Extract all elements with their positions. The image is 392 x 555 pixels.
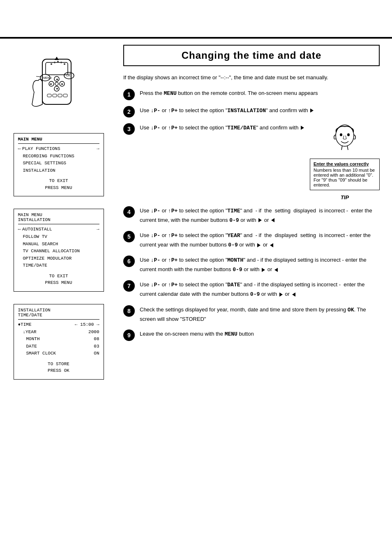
step-6-buttons: 0-9 xyxy=(233,267,242,273)
step-9-menu: MENU xyxy=(225,331,238,337)
menu2-subtitle: INSTALLATION xyxy=(18,217,99,222)
step-3-option: TIME/DATE xyxy=(227,125,256,131)
menu3-year-bullet: ↓ xyxy=(18,329,26,336)
svg-point-29 xyxy=(347,133,350,136)
menu-box-3: INSTALLATION TIME/DATE ♦ TIME ← 15:00 → … xyxy=(14,304,104,380)
step-4-number: 4 xyxy=(123,206,135,218)
step-7-option: DATE xyxy=(227,282,240,288)
step-4-p-up: ↑P+ xyxy=(168,208,178,214)
step-7-p-down: ↓P- xyxy=(151,282,160,288)
step-6-option: MONTH xyxy=(227,257,243,263)
step-4-buttons: 0-9 xyxy=(229,217,239,223)
step-3-arrow xyxy=(301,126,304,130)
svg-point-28 xyxy=(340,133,342,136)
step-6: 6 Use ↓P- or ↑P+ to select the option "M… xyxy=(123,256,380,274)
menu2-item-5: OPTIMIZE MODULATOR xyxy=(18,255,99,263)
menu3-row-time: ♦ TIME ← 15:00 → xyxy=(18,321,99,329)
menu3-year-value: 2000 xyxy=(88,329,99,336)
menu3-year-label: YEAR xyxy=(25,329,36,336)
step-7-p-up: ↑P+ xyxy=(168,282,178,288)
step-2-option: INSTALLATION xyxy=(227,108,266,114)
step-7-number: 7 xyxy=(123,280,135,292)
menu3-row-smart: SMART CLOCK ON xyxy=(18,350,99,357)
intro-text: If the display shows an incorrect time o… xyxy=(123,74,380,82)
svg-point-21 xyxy=(64,63,65,65)
step-5-content: Use ↓P- or ↑P+ to select the option "YEA… xyxy=(140,231,380,250)
step-4-option: TIME xyxy=(227,208,240,214)
menu1-item-1-label: PLAY FUNCTIONS xyxy=(22,145,60,153)
svg-line-31 xyxy=(347,145,348,150)
svg-rect-10 xyxy=(63,94,67,97)
menu3-row-month: MONTH 08 xyxy=(18,336,99,343)
step-3-right: Enter the values correctly Numbers less … xyxy=(310,123,380,200)
step-4-p-down: ↓P- xyxy=(151,208,160,214)
menu3-time-label: TIME xyxy=(21,321,31,329)
step-3-p-down: ↓P- xyxy=(151,125,160,131)
svg-text:►: ► xyxy=(61,82,64,86)
step-6-p-down: ↓P- xyxy=(151,257,160,263)
step-7-arrow-r xyxy=(279,292,283,297)
step-8: 8 Check the settings displayed for year,… xyxy=(123,305,380,324)
step-4-arrow-r xyxy=(258,218,262,222)
step-9-number: 9 xyxy=(123,329,135,341)
step-4-content: Use ↓P- or ↑P+ to select the option "TIM… xyxy=(140,206,380,225)
step-2-p-down: ↓P- xyxy=(151,108,160,114)
step-5-p-down: ↓P- xyxy=(151,233,160,239)
step-9-content: Leave the on-screen menu with the MENU b… xyxy=(140,329,380,339)
svg-rect-7 xyxy=(47,94,51,97)
step-7-buttons: 0-9 xyxy=(250,291,260,297)
tip-label: TIP xyxy=(341,194,349,200)
menu1-item-4: INSTALLATION xyxy=(18,167,99,175)
step-1-number: 1 xyxy=(123,89,135,100)
tip-title: Enter the values correctly xyxy=(314,161,376,166)
step-3-content: Use ↓P- or ↑P+ to select the option "TIM… xyxy=(140,123,306,133)
menu2-item-1-label: AUTOINSTALL xyxy=(22,226,52,233)
menu3-row-date: DATE 03 xyxy=(18,343,99,350)
menu3-month-value: 08 xyxy=(94,336,99,343)
step-6-arrow-r xyxy=(262,268,265,272)
step-6-arrow-l xyxy=(274,268,278,272)
menu2-divider xyxy=(18,224,99,224)
step-7-arrow-l xyxy=(292,292,295,297)
step-1-menu-keyword: MENU xyxy=(164,90,177,97)
step-9: 9 Leave the on-screen menu with the MENU… xyxy=(123,329,380,341)
menu3-items: ♦ TIME ← 15:00 → ↓ YEAR 2000 MONTH 08 xyxy=(18,321,99,357)
menu3-divider xyxy=(18,319,99,320)
step-3: 3 Use ↓P- or ↑P+ to select the option "T… xyxy=(123,123,306,135)
step-2-p-up: ↑P+ xyxy=(168,108,178,114)
menu3-time-bullet: ♦ xyxy=(18,321,21,329)
step-5-number: 5 xyxy=(123,231,135,242)
menu-box-1: MAIN MENU ↔ PLAY FUNCTIONS → RECORDING F… xyxy=(14,133,104,196)
step-8-content: Check the settings displayed for year, m… xyxy=(140,305,380,324)
menu1-footer-2: PRESS MENU xyxy=(18,184,99,191)
step-8-ok: OK xyxy=(348,307,354,313)
menu2-items: ↔ AUTOINSTALL → FOLLOW TV MANUAL SEARCH … xyxy=(18,226,99,269)
svg-line-30 xyxy=(341,145,342,150)
step-5-option: YEAR xyxy=(227,233,240,239)
step-7-content: Use ↓P- or ↑P+ to select the option "DAT… xyxy=(140,280,380,299)
svg-point-18 xyxy=(54,62,55,63)
step-6-number: 6 xyxy=(123,256,135,267)
menu1-item-2: RECORDING FUNCTIONS xyxy=(18,153,99,160)
menu2-arrow: ↔ xyxy=(18,226,21,233)
step-3-area: 3 Use ↓P- or ↑P+ to select the option "T… xyxy=(123,123,380,200)
svg-point-20 xyxy=(60,62,62,63)
svg-point-19 xyxy=(57,61,59,62)
step-2-arrow xyxy=(310,108,314,113)
menu3-subtitle: TIME/DATE xyxy=(18,313,99,318)
menu3-smart-value: ON xyxy=(94,350,99,357)
menu1-item-1: ↔ PLAY FUNCTIONS → xyxy=(18,145,99,153)
menu2-item-6: TIME/DATE xyxy=(18,262,99,269)
step-6-content: Use ↓P- or ↑P+ to select the option "MON… xyxy=(140,256,380,274)
page-container: MENU OK xyxy=(0,37,392,555)
step-3-p-up: ↑P+ xyxy=(168,125,178,131)
menu3-footer: TO STORE PRESS OK xyxy=(18,361,99,374)
menu1-arrow: ↔ xyxy=(18,145,21,153)
menu1-divider xyxy=(18,143,99,144)
svg-rect-9 xyxy=(58,94,62,97)
menu3-footer-1: TO STORE xyxy=(18,361,99,368)
left-column: MENU OK xyxy=(0,39,115,388)
svg-text:▼: ▼ xyxy=(55,87,59,91)
step-5-buttons: 0-9 xyxy=(228,242,238,248)
svg-text:◄: ◄ xyxy=(49,82,52,86)
